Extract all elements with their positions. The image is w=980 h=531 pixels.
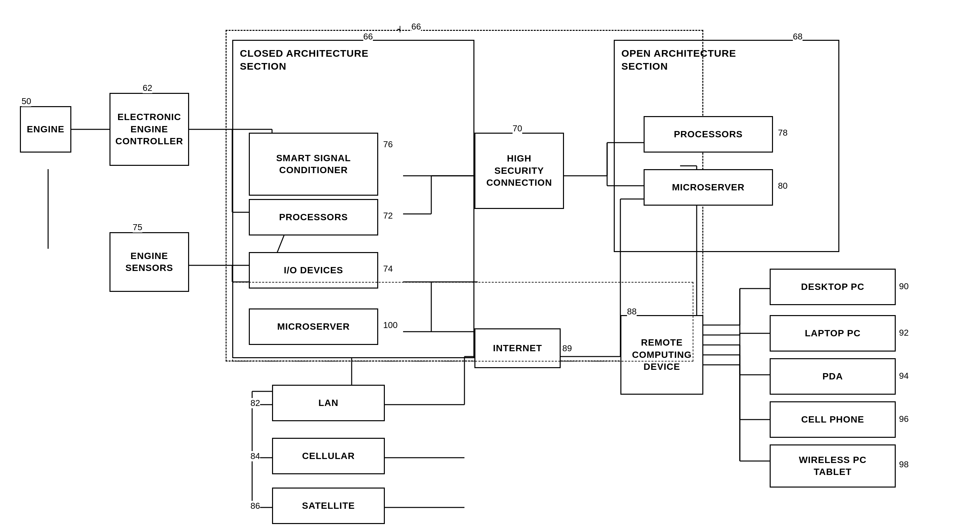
lan-num: 82	[250, 398, 260, 408]
engine-num: 50	[22, 96, 31, 107]
cell-phone-box: CELL PHONE	[770, 401, 896, 438]
cellular-num: 84	[250, 451, 260, 461]
satellite-label: SATELLITE	[302, 500, 355, 512]
laptop-pc-box: LAPTOP PC	[770, 315, 896, 351]
closed-arch-num: 66	[363, 32, 373, 42]
cell-phone-num: 96	[899, 414, 909, 424]
processors-open-box: PROCESSORS	[644, 116, 773, 153]
microserver-open-label: MICROSERVER	[672, 181, 745, 193]
io-devices-label: I/O DEVICES	[284, 264, 343, 276]
processors-closed-box: PROCESSORS	[249, 199, 378, 235]
processors-closed-label: PROCESSORS	[279, 211, 348, 223]
high-security-num: 70	[512, 123, 522, 134]
eec-label: ELECTRONIC ENGINE CONTROLLER	[115, 111, 183, 147]
eec-box: ELECTRONIC ENGINE CONTROLLER	[110, 93, 189, 166]
desktop-pc-label: DESKTOP PC	[801, 281, 864, 293]
cellular-label: CELLULAR	[302, 450, 355, 462]
cell-phone-label: CELL PHONE	[801, 413, 864, 426]
high-security-box: HIGH SECURITY CONNECTION	[474, 133, 564, 209]
io-devices-num: 74	[383, 264, 393, 274]
open-arch-num: 68	[793, 32, 802, 42]
engine-sensors-num: 75	[133, 222, 142, 232]
lan-label: LAN	[318, 397, 339, 409]
engine-sensors-label: ENGINE SENSORS	[126, 250, 173, 274]
microserver-open-box: MICROSERVER	[644, 169, 773, 206]
microserver-open-num: 80	[778, 181, 788, 191]
laptop-pc-label: LAPTOP PC	[805, 328, 861, 339]
desktop-pc-num: 90	[899, 281, 909, 291]
high-security-label: HIGH SECURITY CONNECTION	[486, 153, 552, 189]
pda-box: PDA	[770, 358, 896, 395]
processors-closed-num: 72	[383, 211, 393, 221]
engine-label: ENGINE	[27, 123, 64, 135]
cellular-box: CELLULAR	[272, 438, 385, 474]
pda-label: PDA	[822, 370, 843, 382]
desktop-pc-box: DESKTOP PC	[770, 269, 896, 305]
open-arch-label: OPEN ARCHITECTURE SECTION	[621, 47, 736, 73]
wireless-pc-tablet-label: WIRELESS PC TABLET	[799, 454, 867, 478]
outer-dashed-label: 66	[411, 22, 421, 32]
engine-box: ENGINE	[20, 106, 71, 153]
wireless-pc-tablet-box: WIRELESS PC TABLET	[770, 444, 896, 488]
closed-arch-label: CLOSED ARCHITECTURE SECTION	[240, 47, 369, 73]
smart-signal-num: 76	[383, 139, 393, 149]
curve-indicator: ˧	[396, 23, 401, 35]
laptop-pc-num: 92	[899, 328, 909, 338]
inner-dashed-box	[232, 282, 694, 361]
processors-open-label: PROCESSORS	[674, 128, 743, 140]
wireless-pc-tablet-num: 98	[899, 459, 909, 470]
pda-num: 94	[899, 371, 909, 381]
engine-sensors-box: ENGINE SENSORS	[110, 232, 189, 292]
lan-box: LAN	[272, 385, 385, 421]
satellite-num: 86	[250, 501, 260, 511]
smart-signal-box: SMART SIGNAL CONDITIONER	[249, 133, 378, 196]
satellite-box: SATELLITE	[272, 488, 385, 524]
processors-open-num: 78	[778, 128, 788, 138]
smart-signal-label: SMART SIGNAL CONDITIONER	[276, 152, 351, 176]
eec-num: 62	[143, 83, 152, 93]
